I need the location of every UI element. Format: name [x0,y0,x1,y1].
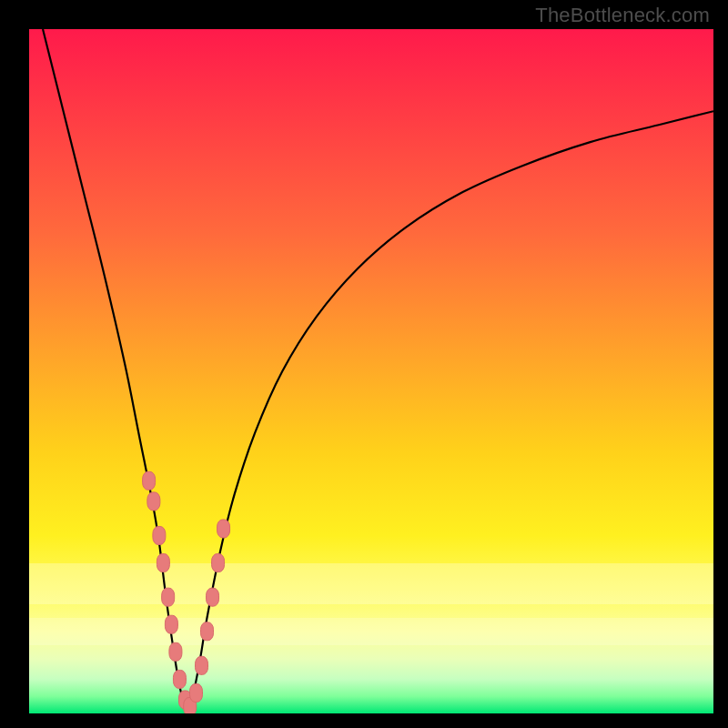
marker-point [201,622,214,641]
marker-point [189,683,202,702]
marker-point [165,615,177,633]
marker-point [153,526,166,544]
marker-point [173,670,186,688]
watermark-text: TheBottleneck.com [535,4,710,27]
marker-point [217,520,230,538]
marker-point [169,642,182,661]
marker-point [207,588,219,606]
marker-point [147,492,160,511]
marker-point [162,588,175,606]
plot-area [29,29,713,713]
marker-group [143,471,230,713]
marker-point [212,554,225,572]
chart-svg [29,29,713,713]
bottleneck-curve [43,29,713,710]
marker-point [196,656,208,674]
marker-point [157,554,169,572]
outer-frame: TheBottleneck.com [0,0,728,728]
marker-point [143,471,156,490]
